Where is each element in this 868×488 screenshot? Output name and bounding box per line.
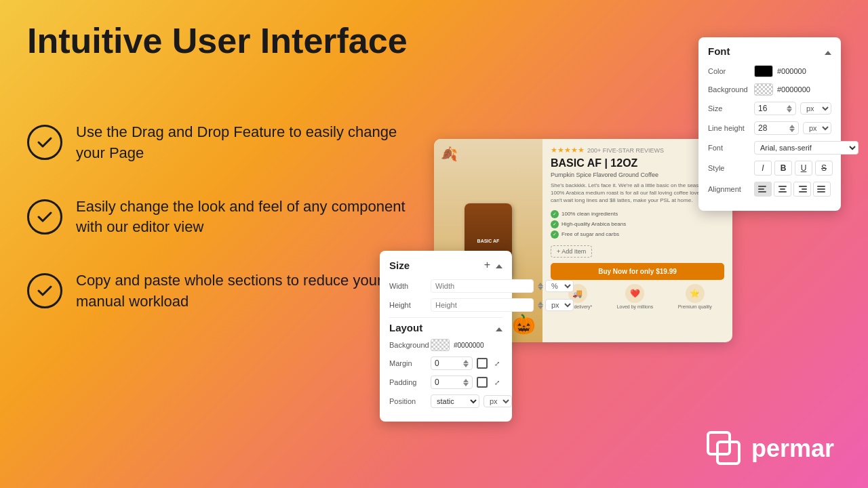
padding-label: Padding <box>389 378 427 386</box>
align-left-button[interactable] <box>754 182 772 197</box>
strikethrough-button[interactable]: S <box>815 161 833 176</box>
line-height-up-arrow[interactable] <box>789 125 795 128</box>
product-bullets: ✓ 100% clean ingredients ✓ High-quality … <box>551 210 724 239</box>
size-panel: Size + Width % px Height <box>380 251 512 422</box>
margin-expand-icon[interactable]: ⤢ <box>492 358 502 369</box>
height-label: Height <box>389 301 427 309</box>
height-spinners[interactable] <box>538 302 543 309</box>
bullet-check-1: ✓ <box>551 210 559 218</box>
feature-text-3: Copy and paste whole sections to reduce … <box>76 270 407 312</box>
font-size-label: Size <box>708 104 750 113</box>
layout-background-label: Background <box>389 341 427 349</box>
align-right-button[interactable] <box>793 182 811 197</box>
check-icon-1 <box>27 125 62 160</box>
color-label: Color <box>708 67 750 75</box>
width-unit-select[interactable]: % px <box>545 280 574 292</box>
underline-button[interactable]: U <box>795 161 812 176</box>
align-center-button[interactable] <box>774 182 791 197</box>
position-select[interactable]: static relative absolute <box>431 394 479 408</box>
width-down-arrow[interactable] <box>538 287 543 290</box>
bold-button[interactable]: B <box>774 161 792 176</box>
padding-down-arrow[interactable] <box>463 383 469 386</box>
loved-by-millions-icon: ❤️ Loved by millions <box>617 284 654 309</box>
review-count: 200+ FIVE-STAR REVIEWS <box>587 147 664 154</box>
font-size-up-arrow[interactable] <box>787 105 792 108</box>
features-list: Use the Drag and Drop Feature to easily … <box>27 122 407 312</box>
color-swatch[interactable] <box>754 65 773 77</box>
height-input[interactable] <box>431 298 534 312</box>
bullet-1: ✓ 100% clean ingredients <box>551 210 724 218</box>
style-buttons-group: I B U S <box>754 161 833 176</box>
margin-down-arrow[interactable] <box>463 364 469 367</box>
permar-name-text: permar <box>751 434 834 463</box>
line-height-spinners[interactable] <box>789 125 795 132</box>
line-height-unit-select[interactable]: px <box>803 122 831 134</box>
premium-quality-icon: ⭐ Premium quality <box>678 284 712 309</box>
width-label: Width <box>389 282 427 290</box>
font-size-down-arrow[interactable] <box>787 109 792 113</box>
page-title: Intuitive User Interface <box>27 20 408 61</box>
line-height-input[interactable]: 28 <box>754 121 799 135</box>
font-size-unit-select[interactable]: px em % <box>800 102 831 115</box>
layout-collapse-icon[interactable] <box>496 325 502 331</box>
font-size-spinners[interactable] <box>787 105 792 113</box>
bullet-check-2: ✓ <box>551 220 559 228</box>
background-label: Background <box>708 85 750 94</box>
line-height-value: 28 <box>758 123 767 133</box>
margin-value: 0 <box>435 359 439 368</box>
height-down-arrow[interactable] <box>538 306 543 309</box>
font-family-select[interactable]: Arial, sans-serif Georgia, serif Courier… <box>754 141 859 155</box>
font-size-value: 16 <box>758 104 767 113</box>
width-spinners[interactable] <box>538 283 543 290</box>
buy-now-button[interactable]: Buy Now for only $19.99 <box>551 263 724 280</box>
layout-section-title: Layout <box>389 322 422 333</box>
font-panel-title: Font <box>708 45 730 57</box>
check-icon-2 <box>27 199 62 235</box>
height-unit-select[interactable]: px <box>545 299 574 311</box>
margin-label: Margin <box>389 359 427 367</box>
width-input[interactable] <box>431 279 534 293</box>
feature-text-2: Easily change the look and feel of any c… <box>76 197 407 239</box>
layout-background-swatch[interactable] <box>431 339 450 351</box>
margin-up-arrow[interactable] <box>463 360 469 363</box>
padding-spinners[interactable] <box>463 379 469 386</box>
position-label: Position <box>389 397 427 405</box>
line-height-down-arrow[interactable] <box>789 129 795 132</box>
padding-value: 0 <box>435 378 439 387</box>
margin-spinners[interactable] <box>463 360 469 367</box>
bullet-3: ✓ Free of sugar and carbs <box>551 230 724 239</box>
font-panel-collapse-icon[interactable] <box>825 48 831 55</box>
alignment-label: Alignment <box>708 185 750 193</box>
margin-input[interactable]: 0 <box>431 357 473 370</box>
feature-item-3: Copy and paste whole sections to reduce … <box>27 270 407 312</box>
font-style-label: Style <box>708 164 750 172</box>
alignment-buttons-group <box>754 182 831 197</box>
layout-background-hex: #0000000 <box>454 342 484 349</box>
leaves-decoration: 🍂 <box>441 146 458 162</box>
position-unit-select[interactable]: px <box>484 395 512 407</box>
size-panel-title: Size <box>389 260 410 271</box>
italic-button[interactable]: I <box>754 161 772 176</box>
product-stars: ★★★★★ <box>551 146 585 155</box>
size-panel-add-icon[interactable]: + <box>484 259 490 271</box>
font-panel: Font Color #000000 Background #0000000 S… <box>698 37 841 211</box>
width-up-arrow[interactable] <box>538 283 543 286</box>
pumpkin-decoration: 🎃 <box>512 313 536 336</box>
add-item-button[interactable]: + Add Item <box>551 245 592 258</box>
size-panel-collapse-icon[interactable] <box>496 262 502 268</box>
background-swatch[interactable] <box>754 83 773 96</box>
permar-logo: permar <box>705 430 834 468</box>
font-size-input[interactable]: 16 <box>754 102 796 115</box>
color-hex-value: #000000 <box>777 67 806 75</box>
padding-input[interactable]: 0 <box>431 375 473 389</box>
feature-text-1: Use the Drag and Drop Feature to easily … <box>76 122 407 164</box>
product-footer-icons: 🚚 Free delivery* ❤️ Loved by millions ⭐ … <box>551 284 724 309</box>
align-justify-button[interactable] <box>813 182 831 197</box>
padding-expand-icon[interactable]: ⤢ <box>492 377 502 388</box>
background-hex-value: #0000000 <box>777 85 810 94</box>
margin-box-icon <box>477 358 488 369</box>
padding-up-arrow[interactable] <box>463 379 469 382</box>
line-height-label: Line height <box>708 124 750 132</box>
bullet-2: ✓ High-quality Arabica beans <box>551 220 724 228</box>
height-up-arrow[interactable] <box>538 302 543 305</box>
